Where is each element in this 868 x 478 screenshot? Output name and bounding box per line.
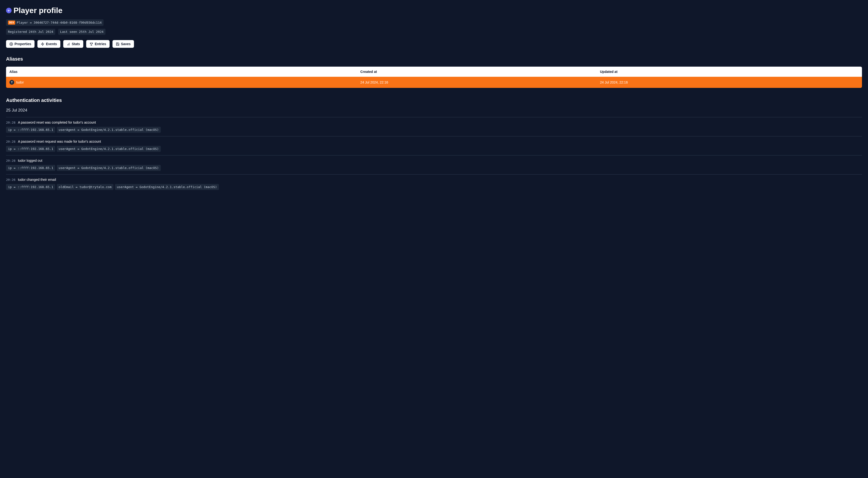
entries-button[interactable]: Entries: [86, 40, 110, 48]
player-id-chip: DEV Player = 30646727-744d-44b0-8168-f90…: [6, 19, 103, 26]
stats-button[interactable]: Stats: [63, 40, 83, 48]
activity-meta-chip: ip = ::ffff:192.168.65.1: [6, 127, 55, 133]
table-row[interactable]: Ttudor24 Jul 2024, 22:1624 Jul 2024, 22:…: [6, 77, 862, 88]
activity-meta-chip: oldEmail = tudor@trytalo.com: [57, 184, 114, 190]
svg-point-1: [11, 43, 12, 44]
activity-meta-chip: userAgent = GodotEngine/4.2.1.stable.off…: [57, 165, 161, 171]
aliases-table: Alias Created at Updated at Ttudor24 Jul…: [6, 67, 862, 88]
trophy-icon: [90, 42, 93, 46]
activity-message: tudor logged out: [18, 159, 42, 162]
activity-meta-chip: ip = ::ffff:192.168.65.1: [6, 165, 55, 171]
aliases-heading: Aliases: [6, 56, 862, 62]
col-created: Created at: [357, 67, 597, 77]
stats-label: Stats: [72, 42, 80, 46]
activity-message: tudor changed their email: [18, 178, 56, 182]
col-updated: Updated at: [597, 67, 862, 77]
properties-button[interactable]: Properties: [6, 40, 34, 48]
save-icon: [116, 42, 120, 46]
last-seen-chip: Last seen 25th Jul 2024: [58, 29, 105, 35]
alias-provider-icon: T: [9, 80, 14, 85]
activity-meta-chip: userAgent = GodotEngine/4.2.1.stable.off…: [115, 184, 219, 190]
saves-label: Saves: [121, 42, 131, 46]
alias-updated: 24 Jul 2024, 22:16: [597, 77, 862, 87]
activity-date: 25 Jul 2024: [6, 108, 862, 113]
player-id-value: Player = 30646727-744d-44b0-8168-f90d936…: [17, 21, 102, 24]
back-button[interactable]: [6, 8, 11, 13]
activity-meta-chip: ip = ::ffff:192.168.65.1: [6, 146, 55, 152]
saves-button[interactable]: Saves: [113, 40, 134, 48]
activity-item: 20:28A password reset request was made f…: [6, 136, 862, 155]
gear-icon: [9, 42, 13, 46]
activity-item: 20:26tudor changed their emailip = ::fff…: [6, 174, 862, 193]
activity-item: 20:28tudor logged outip = ::ffff:192.168…: [6, 155, 862, 174]
events-label: Events: [46, 42, 57, 46]
activity-time: 20:26: [6, 178, 16, 182]
svg-marker-2: [41, 42, 44, 46]
activity-message: A password reset request was made for tu…: [18, 140, 101, 143]
dev-badge: DEV: [8, 21, 15, 25]
registered-chip: Registered 24th Jul 2024: [6, 29, 55, 35]
entries-label: Entries: [95, 42, 106, 46]
activity-time: 20:28: [6, 140, 16, 143]
activity-time: 20:28: [6, 121, 16, 124]
auth-activities-heading: Authentication activities: [6, 97, 862, 103]
activity-item: 20:28A password reset was completed for …: [6, 117, 862, 136]
activity-time: 20:28: [6, 159, 16, 162]
activity-message: A password reset was completed for tudor…: [18, 120, 96, 124]
events-button[interactable]: Events: [37, 40, 60, 48]
alias-created: 24 Jul 2024, 22:16: [357, 77, 597, 87]
col-alias: Alias: [6, 67, 357, 77]
arrow-left-icon: [7, 9, 11, 12]
activity-meta-chip: userAgent = GodotEngine/4.2.1.stable.off…: [57, 127, 161, 133]
lightning-icon: [41, 42, 44, 46]
activity-meta-chip: ip = ::ffff:192.168.65.1: [6, 184, 55, 190]
alias-value: tudor: [16, 80, 24, 84]
aliases-table-header: Alias Created at Updated at: [6, 67, 862, 77]
bar-chart-icon: [67, 42, 70, 46]
activity-meta-chip: userAgent = GodotEngine/4.2.1.stable.off…: [57, 146, 161, 152]
properties-label: Properties: [14, 42, 31, 46]
page-title: Player profile: [13, 6, 63, 15]
